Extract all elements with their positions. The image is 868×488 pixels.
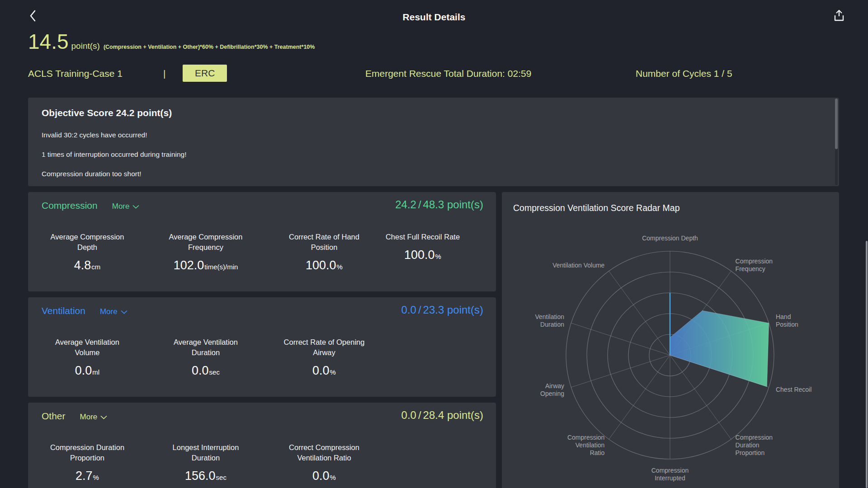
compression-section: Compression More 24.2/48.3 point(s) Aver… [28, 192, 496, 291]
metric-value: 102.0 [174, 258, 204, 272]
panel-scrollbar-thumb[interactable] [835, 99, 838, 149]
score-unit: point(s) [447, 304, 483, 316]
metric-label: Average Compression Depth [44, 232, 130, 253]
objective-message: Invalid 30:2 cycles have occurred! [42, 131, 187, 139]
metric-unit: cm [91, 263, 100, 271]
score-separator: / [418, 409, 421, 421]
radar-panel: Compression Ventilation Score Radar Map … [502, 192, 839, 488]
score-separator: / [418, 198, 421, 211]
metric-label: Average Ventilation Duration [163, 337, 249, 358]
score-separator: / [418, 304, 421, 316]
session-info-row: ACLS Training-Case 1 | ERC Emergent Resc… [28, 65, 839, 84]
svg-text:Ventilation Volume: Ventilation Volume [552, 262, 604, 269]
metric-unit: time(s)/min [204, 263, 238, 271]
ventilation-section: Ventilation More 0.0/23.3 point(s) Avera… [28, 297, 496, 397]
metric-unit: % [330, 474, 336, 481]
page-scrollbar-thumb[interactable] [866, 241, 868, 488]
score-current: 0.0 [401, 304, 416, 316]
ventilation-section-title: Ventilation [42, 305, 85, 316]
score-unit: point(s) [447, 409, 483, 421]
metric: Average Compression Depth 4.8cm [44, 232, 130, 272]
case-name: ACLS Training-Case 1 [28, 68, 123, 79]
metric-label: Chest Full Recoil Rate [380, 232, 466, 242]
svg-text:CompressionVentilationRatio: CompressionVentilationRatio [567, 434, 605, 456]
chevron-down-icon [118, 307, 127, 316]
total-score-unit: point(s) [71, 41, 100, 51]
metric: Correct Compression Ventilation Ratio 0.… [281, 442, 367, 483]
metric-label: Compression Duration Proportion [44, 442, 130, 463]
metric: Average Ventilation Volume 0.0ml [44, 337, 130, 378]
metric-value: 2.7 [75, 469, 93, 483]
metric-value: 0.0 [312, 469, 330, 483]
metric-label: Correct Compression Ventilation Ratio [281, 442, 367, 463]
metric-value: 0.0 [312, 364, 330, 377]
metric-unit: % [435, 253, 441, 260]
total-score-value: 14.5 [28, 30, 69, 53]
radar-chart: Compression DepthCompressionFrequencyHan… [502, 192, 839, 488]
score-current: 24.2 [395, 198, 416, 211]
ventilation-more-button[interactable]: More [100, 307, 127, 316]
other-section-title: Other [42, 411, 66, 422]
total-score: 14.5 point(s) (Compression + Ventilation… [28, 30, 315, 53]
metric-label: Average Ventilation Volume [44, 337, 130, 358]
metric-value: 4.8 [74, 258, 91, 272]
objective-message: 1 times of interruption occurred during … [42, 150, 187, 158]
total-duration: Emergent Rescue Total Duration: 02:59 [365, 68, 531, 79]
compression-section-title: Compression [42, 200, 98, 211]
chevron-down-icon [129, 202, 139, 211]
metric: Correct Rate of Hand Position 100.0% [281, 232, 367, 272]
share-button[interactable] [829, 6, 849, 26]
panel-scrollbar[interactable] [835, 99, 838, 185]
ventilation-metrics: Average Ventilation Volume 0.0ml Average… [28, 337, 496, 391]
metric-unit: sec [216, 474, 226, 481]
metric-unit: % [330, 368, 336, 376]
metric-label: Correct Rate of Opening Airway [281, 337, 367, 358]
ventilation-score: 0.0/23.3 point(s) [401, 304, 483, 316]
compression-score: 24.2/48.3 point(s) [395, 198, 483, 211]
other-section: Other More 0.0/28.4 point(s) Compression… [28, 403, 496, 488]
score-unit: point(s) [447, 198, 483, 211]
share-icon [833, 9, 845, 24]
other-metrics: Compression Duration Proportion 2.7% Lon… [28, 442, 496, 488]
metric: Correct Rate of Opening Airway 0.0% [281, 337, 367, 378]
svg-text:Chest Recoil: Chest Recoil [776, 386, 811, 393]
score-max: 48.3 [423, 198, 444, 211]
metric-unit: % [337, 263, 343, 271]
score-max: 28.4 [423, 409, 444, 421]
metric-unit: % [93, 474, 99, 481]
metric-label: Correct Rate of Hand Position [281, 232, 367, 253]
more-label: More [100, 307, 118, 316]
more-label: More [112, 202, 130, 211]
metric: Compression Duration Proportion 2.7% [44, 442, 130, 483]
metric-value: 100.0 [404, 248, 435, 262]
svg-text:VentilationDuration: VentilationDuration [535, 313, 564, 328]
svg-text:CompressionFrequency: CompressionFrequency [736, 258, 773, 272]
metric: Average Compression Frequency 102.0time(… [163, 232, 249, 272]
other-score: 0.0/28.4 point(s) [401, 409, 483, 422]
protocol-badge: ERC [183, 65, 227, 82]
metric-value: 0.0 [192, 364, 209, 377]
svg-text:AirwayOpening: AirwayOpening [540, 382, 564, 397]
svg-text:CompressionDurationProportion: CompressionDurationProportion [736, 434, 773, 456]
svg-text:CompressionInterrupted: CompressionInterrupted [651, 467, 689, 482]
score-max: 23.3 [423, 304, 444, 316]
other-more-button[interactable]: More [80, 413, 108, 422]
metric-value: 100.0 [306, 258, 336, 272]
compression-metrics: Average Compression Depth 4.8cm Average … [28, 232, 496, 286]
metric-label: Longest Interruption Duration [163, 442, 249, 463]
separator: | [163, 68, 165, 79]
metric: Average Ventilation Duration 0.0sec [163, 337, 249, 378]
metric-value: 0.0 [75, 364, 92, 377]
cycles-count: Number of Cycles 1 / 5 [636, 68, 732, 79]
metric: Longest Interruption Duration 156.0sec [163, 442, 249, 483]
objective-score-title: Objective Score 24.2 point(s) [42, 108, 172, 118]
page-title: Result Details [0, 12, 868, 23]
chevron-down-icon [97, 413, 107, 422]
svg-text:Compression Depth: Compression Depth [642, 235, 698, 242]
metric-value: 156.0 [185, 469, 216, 483]
compression-more-button[interactable]: More [112, 202, 140, 211]
objective-message: Compression duration too short! [42, 170, 187, 178]
metric: Chest Full Recoil Rate 100.0% [380, 232, 466, 262]
more-label: More [80, 413, 98, 422]
objective-score-panel: Objective Score 24.2 point(s) Invalid 30… [28, 98, 839, 186]
